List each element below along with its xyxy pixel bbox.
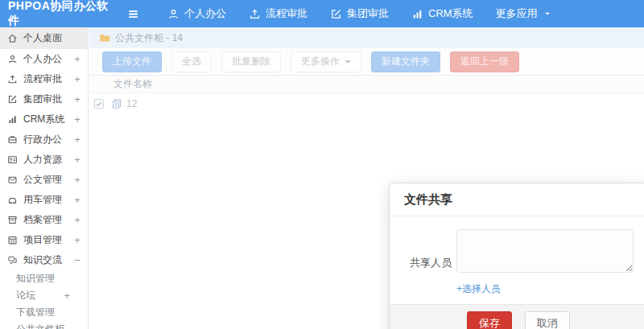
archive-icon [7, 215, 18, 225]
top-nav: 个人办公 流程审批 集团审批 CRM系统 更多应用 [156, 0, 564, 27]
sidebar-item-official-docs[interactable]: 公文管理 + [0, 170, 88, 190]
sidebar-item-archives[interactable]: 档案管理 + [0, 210, 88, 230]
expand-toggle[interactable]: + [73, 93, 81, 105]
modal-body: 共享人员 +选择人员 [390, 216, 644, 304]
expand-toggle[interactable]: + [73, 53, 81, 65]
expand-toggle[interactable]: + [73, 234, 81, 246]
sidebar-toggle-button[interactable] [119, 0, 147, 27]
sidebar-item-label: 档案管理 [23, 213, 73, 227]
sidebar-subitem-download-mgmt[interactable]: 下载管理 [16, 304, 88, 321]
expand-toggle[interactable]: − [73, 254, 81, 266]
person-icon [167, 8, 180, 20]
file-table-header: 文件名称 [89, 75, 644, 93]
back-up-level-button[interactable]: 返回上一级 [450, 51, 519, 72]
sidebar-subitem-forum[interactable]: 论坛 + [16, 287, 88, 304]
nav-label: 流程审批 [266, 6, 308, 21]
sidebar-item-knowledge[interactable]: 知识交流 − [0, 250, 88, 270]
sidebar-subitem-label: 公共文件柜 [16, 323, 70, 329]
sidebar-item-label: 项目管理 [23, 233, 73, 247]
cancel-button[interactable]: 取消 [525, 311, 570, 329]
file-share-modal: 文件共享 共享人员 +选择人员 保存 取消 [389, 183, 644, 329]
sidebar-subitem-label: 下载管理 [16, 306, 70, 319]
batch-delete-button[interactable]: 批量删除 [221, 51, 281, 72]
sidebar-item-personal-desktop[interactable]: 个人桌面 [0, 27, 88, 49]
sidebar-item-admin-office[interactable]: 行政办公 + [0, 130, 88, 150]
row-checkbox[interactable] [94, 99, 104, 109]
select-all-button[interactable]: 全选 [171, 51, 212, 72]
breadcrumb-label: 公共文件柜 - 14 [115, 31, 183, 45]
upload-icon [249, 8, 261, 20]
sidebar-subitem-label: 论坛 [16, 289, 64, 302]
sidebar-subitem-public-file-cabinet[interactable]: 公共文件柜 [16, 321, 88, 329]
sidebar-item-label: 人力资源 [23, 153, 73, 167]
save-button[interactable]: 保存 [467, 311, 512, 329]
edit-icon [7, 94, 18, 105]
expand-toggle[interactable]: + [73, 73, 81, 85]
file-name[interactable]: 12 [126, 98, 137, 109]
idcard-icon [7, 154, 18, 165]
sidebar-item-label: 知识交流 [23, 253, 73, 267]
sidebar-item-label: 个人办公 [23, 52, 73, 66]
chat-icon [7, 255, 18, 265]
app-logo: PHPOA协同办公软件 [0, 0, 119, 28]
sidebar-item-label: 行政办公 [23, 133, 73, 146]
sidebar-item-hr[interactable]: 人力资源 + [0, 150, 88, 170]
new-folder-button[interactable]: 新建文件夹 [371, 51, 440, 72]
upload-file-button[interactable]: 上传文件 [102, 51, 162, 72]
nav-label: 更多应用 [496, 6, 538, 21]
home-icon [7, 33, 18, 43]
sidebar-item-group-approval[interactable]: 集团审批 + [0, 89, 88, 109]
expand-toggle[interactable]: + [73, 134, 81, 146]
nav-item-workflow-approval[interactable]: 流程审批 [237, 0, 319, 27]
more-operations-dropdown[interactable]: 更多操作 [291, 51, 361, 72]
sidebar-item-workflow-approval[interactable]: 流程审批 + [0, 69, 88, 89]
nav-label: 集团审批 [347, 6, 389, 21]
expand-toggle[interactable]: + [73, 214, 81, 226]
nav-label: 个人办公 [184, 6, 226, 21]
edit-icon [330, 8, 342, 20]
modal-footer: 保存 取消 [390, 304, 644, 329]
sidebar-item-label: CRM系统 [23, 113, 73, 126]
more-operations-label: 更多操作 [301, 55, 340, 68]
share-people-textarea[interactable] [456, 229, 634, 273]
sidebar-item-label: 个人桌面 [23, 31, 73, 45]
caret-down-icon [345, 60, 351, 64]
modal-header: 文件共享 [390, 183, 644, 216]
sidebar-subitem-label: 知识管理 [16, 272, 70, 286]
expand-toggle[interactable]: + [64, 290, 70, 302]
sidebar-item-projects[interactable]: 项目管理 + [0, 230, 88, 250]
nav-item-more-apps[interactable]: 更多应用 [485, 0, 564, 27]
nav-item-crm[interactable]: CRM系统 [400, 0, 485, 27]
sidebar-item-personal-office[interactable]: 个人办公 + [0, 49, 88, 69]
share-people-label: 共享人员 [410, 256, 456, 270]
breadcrumb: 公共文件柜 - 14 [89, 27, 644, 48]
hamburger-icon [126, 7, 140, 21]
app-window: PHPOA协同办公软件 个人办公 流程审批 集团审批 CRM系统 更多应用 [0, 0, 644, 329]
sidebar-item-vehicle[interactable]: 用车管理 + [0, 190, 88, 210]
expand-toggle[interactable]: + [73, 113, 81, 125]
chart-icon [411, 8, 423, 20]
person-icon [7, 54, 18, 64]
sidebar-item-label: 用车管理 [23, 193, 73, 207]
nav-item-personal-office[interactable]: 个人办公 [156, 0, 237, 27]
sidebar: 个人桌面 个人办公 + 流程审批 + 集团审批 + CRM系统 + 行政办公 + [0, 27, 89, 329]
table-row[interactable]: 12 [89, 93, 644, 114]
sidebar-item-crm[interactable]: CRM系统 + [0, 109, 88, 130]
file-name-column-header: 文件名称 [114, 77, 152, 91]
check-icon [95, 100, 103, 108]
file-icon [111, 98, 122, 109]
folder-icon [99, 32, 110, 43]
nav-item-group-approval[interactable]: 集团审批 [319, 0, 400, 27]
sidebar-subitem-knowledge-mgmt[interactable]: 知识管理 [16, 270, 88, 287]
knowledge-submenu: 知识管理 论坛 + 下载管理 公共文件柜 [0, 270, 88, 329]
project-icon [7, 235, 18, 245]
car-icon [7, 195, 18, 205]
expand-toggle[interactable]: + [73, 154, 81, 166]
sidebar-item-label: 公文管理 [23, 173, 73, 187]
expand-toggle[interactable]: + [73, 174, 81, 186]
expand-toggle[interactable]: + [73, 194, 81, 206]
sidebar-item-label: 集团审批 [23, 93, 73, 106]
select-people-link[interactable]: +选择人员 [456, 282, 501, 296]
file-toolbar: 上传文件 全选 批量删除 更多操作 新建文件夹 返回上一级 [89, 48, 644, 75]
modal-title: 文件共享 [404, 192, 452, 206]
